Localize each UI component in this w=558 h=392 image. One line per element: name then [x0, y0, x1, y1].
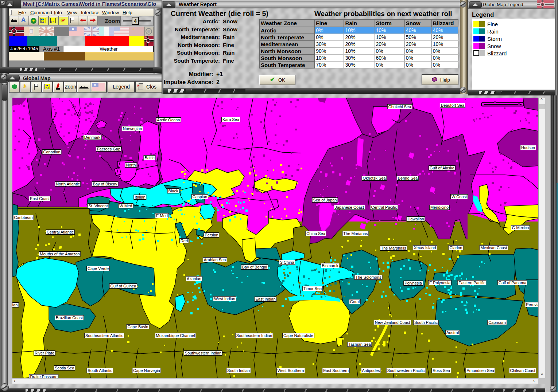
svg-text:✸: ✸: [71, 27, 74, 31]
svg-text:?: ?: [434, 78, 435, 80]
svg-text:✠: ✠: [145, 36, 147, 39]
svg-text:✠: ✠: [541, 2, 544, 7]
svg-text:✠: ✠: [12, 29, 16, 34]
svg-text:☭: ☭: [132, 28, 135, 31]
svg-text:✠: ✠: [146, 39, 150, 43]
svg-text:✠: ✠: [11, 27, 13, 30]
svg-text:✠: ✠: [538, 1, 540, 3]
